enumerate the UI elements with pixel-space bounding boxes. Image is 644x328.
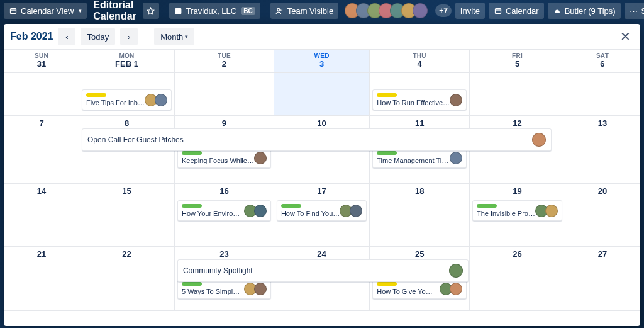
calendar-powerup-button[interactable]: Calendar xyxy=(489,3,544,19)
calendar-cell[interactable]: 13 xyxy=(565,116,640,184)
today-button[interactable]: Today xyxy=(80,28,115,45)
card-title: Keeping Focus While… xyxy=(182,157,254,164)
calendar-cell[interactable] xyxy=(565,73,640,116)
calendar-card[interactable]: How Your Enviro… xyxy=(177,200,271,221)
close-button[interactable]: ✕ xyxy=(616,28,634,45)
member-avatar[interactable] xyxy=(449,264,463,278)
member-avatar[interactable] xyxy=(450,94,462,106)
calendar-cell[interactable]: 16How Your Enviro… xyxy=(175,184,274,247)
member-avatar[interactable] xyxy=(350,205,362,217)
day-header: SUN31 xyxy=(4,50,79,73)
card-avatars xyxy=(147,94,167,106)
butler-label: Butler (9 Tips) xyxy=(565,6,616,16)
board-title[interactable]: Editorial Calendar xyxy=(91,3,138,19)
butler-button[interactable]: Butler (9 Tips) xyxy=(548,3,621,19)
cell-date: 22 xyxy=(79,249,174,259)
calendar-cell[interactable]: 7 xyxy=(4,116,79,184)
star-button[interactable] xyxy=(143,3,159,19)
view-select-label: Month xyxy=(160,32,183,42)
calendar-span-card[interactable]: Community Spotlight xyxy=(177,259,469,282)
member-avatar[interactable] xyxy=(254,152,267,164)
team-label: Travidux, LLC xyxy=(186,6,236,16)
calendar-cell[interactable]: 17How To Find You… xyxy=(274,184,370,247)
view-switcher[interactable]: Calendar View ▾ xyxy=(4,3,87,19)
calendar-cell[interactable]: How To Run Effective… xyxy=(370,73,470,116)
member-avatar[interactable] xyxy=(155,94,167,106)
day-of-week: THU xyxy=(370,52,469,59)
calendar-cell[interactable]: 14 xyxy=(4,184,79,247)
calendar-cell[interactable]: 235 Ways To Simpl…Community Spotlight xyxy=(175,247,274,311)
close-icon: ✕ xyxy=(620,29,631,44)
calendar-toolbar: Feb 2021 ‹ Today › Month ▾ ✕ xyxy=(4,24,640,49)
calendar-card[interactable]: Five Tips For Inb… xyxy=(82,89,172,110)
card-label xyxy=(281,204,301,208)
day-of-week: MON xyxy=(79,52,174,59)
card-avatars xyxy=(342,205,362,217)
calendar-cell[interactable] xyxy=(470,73,565,116)
prev-button[interactable]: ‹ xyxy=(58,28,75,45)
calendar-cell[interactable]: 21 xyxy=(4,247,79,311)
calendar-cell[interactable]: 18 xyxy=(370,184,470,247)
card-label xyxy=(182,204,202,208)
invite-button[interactable]: Invite xyxy=(455,3,485,19)
cell-date: 10 xyxy=(274,118,369,128)
chevron-down-icon: ▾ xyxy=(79,8,82,14)
calendar-card[interactable]: How To Run Effective… xyxy=(372,89,467,110)
calendar-card[interactable]: How To Find You… xyxy=(277,200,367,221)
member-avatar[interactable] xyxy=(450,152,462,164)
svg-point-3 xyxy=(277,8,280,11)
member-avatar[interactable] xyxy=(254,205,267,217)
day-date: 6 xyxy=(565,59,640,69)
card-avatars xyxy=(538,205,558,217)
day-of-week: TUE xyxy=(175,52,274,59)
calendar-cell[interactable]: 20 xyxy=(565,184,640,247)
cell-date: 12 xyxy=(470,118,565,128)
day-date: FEB 1 xyxy=(79,59,174,69)
day-header: MONFEB 1 xyxy=(79,50,175,73)
calendar-cell[interactable] xyxy=(4,73,79,116)
view-select[interactable]: Month ▾ xyxy=(154,28,194,45)
cell-date: 26 xyxy=(470,249,565,259)
calendar-span-card[interactable]: Open Call For Guest Pitches xyxy=(82,128,552,151)
chevron-right-icon: › xyxy=(128,32,130,42)
cell-date: 7 xyxy=(4,118,79,128)
board-member-avatars[interactable] xyxy=(346,3,430,18)
avatar-overflow[interactable]: +7 xyxy=(435,4,452,17)
month-title: Feb 2021 xyxy=(10,31,53,42)
calendar-cell[interactable]: 15 xyxy=(79,184,175,247)
next-button[interactable]: › xyxy=(120,28,138,45)
member-avatar[interactable] xyxy=(413,3,428,18)
calendar-cell[interactable] xyxy=(274,73,370,116)
cell-date: 8 xyxy=(79,118,174,128)
calendar-cell[interactable]: 19The Invisible Pro… xyxy=(470,184,565,247)
calendar-cell[interactable]: 8Open Call For Guest Pitches xyxy=(79,116,175,184)
svg-point-4 xyxy=(280,9,282,11)
svg-rect-5 xyxy=(495,9,501,14)
day-date: 4 xyxy=(370,59,469,69)
day-of-week: FRI xyxy=(470,52,565,59)
show-menu-button[interactable]: ⋯ Show Menu xyxy=(625,3,644,19)
member-avatar[interactable] xyxy=(532,133,546,147)
day-date: 2 xyxy=(175,59,274,69)
member-avatar[interactable] xyxy=(254,283,267,295)
card-label xyxy=(377,151,397,155)
member-avatar[interactable] xyxy=(450,283,462,295)
team-button[interactable]: Travidux, LLC BC xyxy=(169,3,260,19)
calendar-cell[interactable]: 22 xyxy=(79,247,175,311)
calendar-cell[interactable]: 27 xyxy=(565,247,640,311)
calendar-cell[interactable]: Five Tips For Inb… xyxy=(79,73,175,116)
card-avatars xyxy=(442,283,462,295)
card-label xyxy=(377,282,397,286)
calendar-cell[interactable] xyxy=(175,73,274,116)
calendar-cell[interactable]: 26 xyxy=(470,247,565,311)
calendar-card[interactable]: The Invisible Pro… xyxy=(472,200,562,221)
visibility-button[interactable]: Team Visible xyxy=(270,3,338,19)
card-avatars xyxy=(257,152,267,164)
card-label xyxy=(86,93,106,97)
card-title: Five Tips For Inb… xyxy=(86,99,145,106)
day-header: TUE2 xyxy=(175,50,274,73)
member-avatar[interactable] xyxy=(545,205,558,217)
butler-icon xyxy=(553,6,562,15)
today-label: Today xyxy=(87,32,109,42)
cell-date: 11 xyxy=(370,118,469,128)
